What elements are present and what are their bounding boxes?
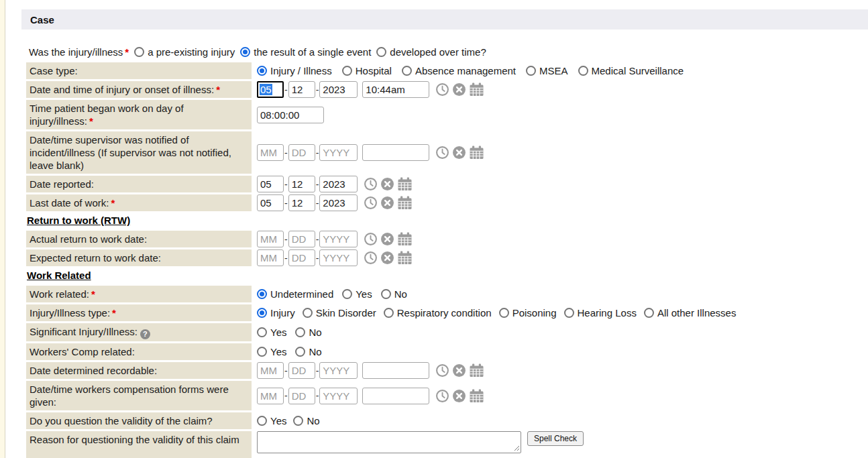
radio-icon[interactable]: [342, 289, 352, 299]
radio-option-undetermined[interactable]: Undetermined: [257, 288, 333, 300]
year-input[interactable]: [319, 231, 358, 247]
radio-icon[interactable]: [257, 416, 267, 426]
radio-icon[interactable]: [257, 289, 267, 299]
radio-icon[interactable]: [381, 289, 391, 299]
radio-icon[interactable]: [342, 66, 352, 76]
month-input[interactable]: [257, 176, 284, 192]
radio-option-yes[interactable]: Yes: [257, 415, 286, 426]
radio-option-yes[interactable]: Yes: [257, 346, 286, 357]
clear-icon[interactable]: [452, 389, 466, 403]
radio-icon[interactable]: [295, 347, 305, 357]
radio-option-no[interactable]: No: [295, 346, 321, 357]
radio-option-hospital[interactable]: Hospital: [342, 65, 392, 76]
clear-icon[interactable]: [452, 146, 466, 160]
year-input[interactable]: [319, 249, 358, 266]
radio-icon[interactable]: [644, 308, 654, 318]
calendar-icon[interactable]: [469, 389, 484, 403]
year-input[interactable]: [319, 176, 358, 192]
radio-icon[interactable]: [526, 66, 536, 76]
day-input[interactable]: [288, 144, 315, 161]
radio-icon[interactable]: [402, 66, 412, 76]
year-input[interactable]: [319, 388, 358, 404]
year-input[interactable]: [319, 362, 358, 379]
day-input[interactable]: [288, 362, 315, 379]
radio-option-msea[interactable]: MSEA: [526, 65, 568, 76]
time-input[interactable]: [362, 388, 429, 404]
day-input[interactable]: [288, 249, 315, 266]
month-input[interactable]: [257, 249, 284, 266]
radio-icon[interactable]: [376, 47, 386, 57]
radio-icon[interactable]: [295, 327, 305, 337]
clock-icon[interactable]: [435, 146, 449, 160]
clear-icon[interactable]: [380, 232, 394, 246]
radio-icon[interactable]: [257, 308, 267, 318]
radio-option-absence-management[interactable]: Absence management: [402, 65, 516, 76]
radio-option-hearing-loss[interactable]: Hearing Loss: [564, 307, 637, 319]
clear-icon[interactable]: [452, 363, 466, 378]
calendar-icon[interactable]: [397, 251, 413, 265]
day-input[interactable]: [288, 81, 315, 98]
calendar-icon[interactable]: [469, 82, 484, 97]
radio-icon[interactable]: [293, 416, 303, 426]
year-input[interactable]: [319, 81, 358, 98]
calendar-icon[interactable]: [397, 196, 413, 210]
clock-icon[interactable]: [364, 232, 378, 246]
clock-icon[interactable]: [435, 389, 449, 403]
month-input[interactable]: [257, 388, 284, 404]
radio-option-skin-disorder[interactable]: Skin Disorder: [303, 307, 376, 319]
day-input[interactable]: [288, 194, 315, 211]
radio-option-all-other-illnesses[interactable]: All other Illnesses: [644, 307, 737, 319]
radio-option-respiratory-condition[interactable]: Respiratory condition: [384, 307, 492, 319]
radio-icon[interactable]: [384, 308, 394, 318]
radio-option-medical-surveillance[interactable]: Medical Surveillance: [578, 65, 684, 76]
month-input[interactable]: [257, 362, 284, 379]
clock-icon[interactable]: [364, 251, 378, 265]
radio-icon[interactable]: [257, 347, 267, 357]
radio-option-poisoning[interactable]: Poisoning: [499, 307, 557, 319]
clock-icon[interactable]: [364, 177, 378, 191]
radio-icon[interactable]: [303, 308, 313, 318]
reason-textarea[interactable]: [257, 431, 521, 453]
radio-option-developed-over-time[interactable]: developed over time?: [376, 46, 486, 58]
spell-check-button[interactable]: Spell Check: [527, 431, 584, 446]
clear-icon[interactable]: [380, 251, 394, 265]
month-input-focused[interactable]: 05: [257, 81, 284, 98]
radio-icon[interactable]: [564, 308, 574, 318]
clock-icon[interactable]: [435, 363, 449, 378]
calendar-icon[interactable]: [469, 363, 484, 378]
radio-option-yes[interactable]: Yes: [257, 327, 286, 338]
clear-icon[interactable]: [380, 177, 394, 191]
time-input[interactable]: [362, 144, 429, 161]
radio-icon[interactable]: [134, 47, 144, 57]
help-icon[interactable]: ?: [140, 329, 150, 339]
radio-option-single-event[interactable]: the result of a single event: [240, 46, 371, 58]
month-input[interactable]: [257, 144, 284, 161]
year-input[interactable]: [319, 194, 358, 211]
radio-icon[interactable]: [499, 308, 509, 318]
began-work-time-input[interactable]: [257, 107, 324, 123]
radio-option-no[interactable]: No: [295, 327, 321, 338]
calendar-icon[interactable]: [469, 146, 484, 160]
radio-option-no[interactable]: No: [381, 288, 407, 300]
radio-option-no[interactable]: No: [293, 415, 319, 426]
calendar-icon[interactable]: [397, 232, 413, 246]
day-input[interactable]: [288, 388, 315, 404]
day-input[interactable]: [288, 176, 315, 192]
radio-icon[interactable]: [240, 47, 250, 57]
clear-icon[interactable]: [452, 82, 466, 97]
radio-option-injury[interactable]: Injury: [257, 307, 295, 319]
radio-icon[interactable]: [578, 66, 588, 76]
time-input[interactable]: [362, 362, 429, 379]
radio-option-pre-existing[interactable]: a pre-existing injury: [134, 46, 235, 58]
clock-icon[interactable]: [364, 196, 378, 210]
radio-icon[interactable]: [257, 66, 267, 76]
clock-icon[interactable]: [435, 82, 449, 97]
year-input[interactable]: [319, 144, 358, 161]
month-input[interactable]: [257, 194, 284, 211]
radio-icon[interactable]: [257, 327, 267, 337]
time-input[interactable]: [362, 81, 429, 98]
day-input[interactable]: [288, 231, 315, 247]
clear-icon[interactable]: [380, 196, 394, 210]
radio-option-yes[interactable]: Yes: [342, 288, 372, 300]
radio-option-injury-illness[interactable]: Injury / Illness: [257, 65, 332, 76]
